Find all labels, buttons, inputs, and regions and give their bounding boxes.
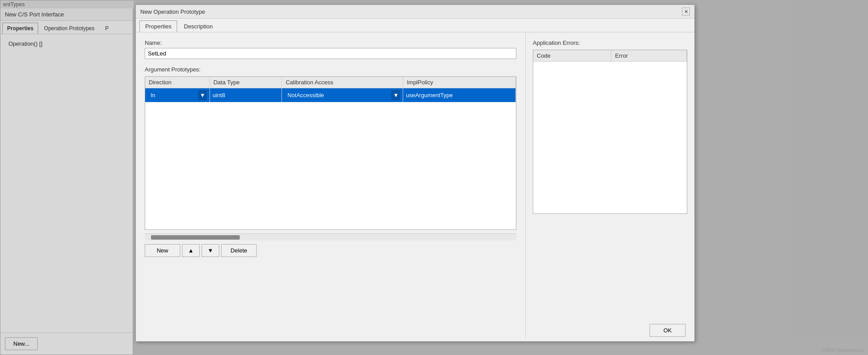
col-error: Error (611, 50, 687, 62)
new-button[interactable]: New (145, 244, 180, 257)
errors-table-container: Code Error (533, 50, 687, 214)
modal-tabs: Properties Description (136, 19, 694, 32)
cell-data-type: uint8 (210, 88, 282, 103)
table-row[interactable]: In ▼ uint8 NotAccessible ▼ (145, 88, 516, 103)
arg-table-container: Direction Data Type Calibration Access I… (145, 76, 516, 230)
down-button[interactable]: ▼ (202, 244, 219, 257)
calibration-dropdown[interactable]: NotAccessible ▼ (285, 90, 400, 100)
horizontal-scrollbar[interactable] (145, 233, 516, 241)
modal-main: Name: Argument Prototypes: Direction Dat… (136, 32, 526, 338)
direction-dropdown-arrow[interactable]: ▼ (198, 90, 207, 100)
col-impl-policy: ImplPolicy (403, 77, 516, 88)
table-header-row: Direction Data Type Calibration Access I… (145, 77, 516, 88)
modal-dialog: New Operation Prototype ✕ Properties Des… (135, 4, 695, 342)
direction-value: In (148, 90, 198, 100)
calibration-dropdown-arrow[interactable]: ▼ (391, 90, 400, 100)
calibration-value: NotAccessible (285, 90, 391, 100)
name-input[interactable] (145, 48, 516, 59)
errors-table: Code Error (533, 50, 687, 62)
modal-title-bar: New Operation Prototype ✕ (136, 5, 694, 19)
col-direction: Direction (145, 77, 210, 88)
direction-dropdown[interactable]: In ▼ (148, 90, 207, 100)
cell-direction[interactable]: In ▼ (145, 88, 210, 103)
ok-button[interactable]: OK (650, 324, 686, 337)
modal-title: New Operation Prototype (140, 8, 205, 15)
errors-label: Application Errors: (533, 39, 687, 46)
modal-right-panel: Application Errors: Code Error (526, 32, 694, 338)
modal-overlay: New Operation Prototype ✕ Properties Des… (0, 0, 868, 355)
modal-action-buttons: New ▲ ▼ Delete (145, 241, 516, 260)
col-data-type: Data Type (210, 77, 282, 88)
arg-prototypes-label: Argument Prototypes: (145, 66, 516, 73)
col-code: Code (533, 50, 611, 62)
col-calibration-access: Calibration Access (282, 77, 403, 88)
modal-tab-properties[interactable]: Properties (139, 20, 177, 32)
arg-table-area: Direction Data Type Calibration Access I… (145, 76, 516, 241)
name-label: Name: (145, 39, 516, 46)
modal-close-button[interactable]: ✕ (682, 8, 690, 16)
modal-bottom-right: OK (650, 324, 686, 337)
delete-button[interactable]: Delete (221, 244, 257, 257)
modal-body: Name: Argument Prototypes: Direction Dat… (136, 32, 694, 338)
errors-header-row: Code Error (533, 50, 687, 62)
cell-calibration-access[interactable]: NotAccessible ▼ (282, 88, 403, 103)
modal-tab-description[interactable]: Description (178, 20, 218, 32)
watermark: CSDN @wangke2b (821, 347, 864, 353)
scrollbar-thumb[interactable] (151, 235, 240, 240)
cell-impl-policy: useArgumentType (403, 88, 516, 103)
up-button[interactable]: ▲ (182, 244, 200, 257)
arg-table: Direction Data Type Calibration Access I… (145, 77, 516, 102)
